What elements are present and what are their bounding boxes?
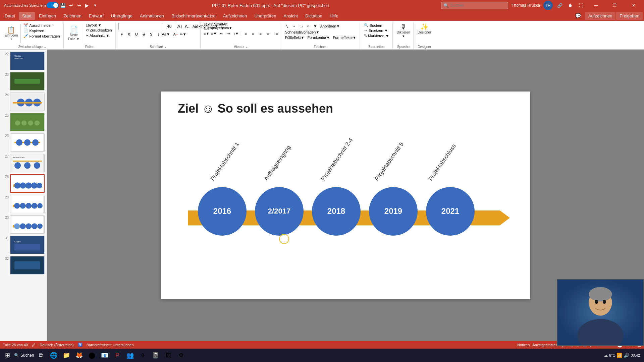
- effekte-button[interactable]: Formeffekte▼: [332, 35, 358, 40]
- fullscreen-icon[interactable]: ⛶: [578, 2, 585, 9]
- menu-item-start[interactable]: Start: [19, 12, 35, 20]
- markieren-button[interactable]: ✎ Markieren ▼: [363, 33, 390, 38]
- layout-button[interactable]: Layout ▼: [85, 23, 113, 27]
- task-view-button[interactable]: ⧉: [35, 349, 47, 361]
- menu-item-uebergaenge[interactable]: Übergänge: [108, 12, 136, 20]
- slide-item-27[interactable]: 27 Wie sieht es aus: [1, 153, 45, 173]
- slide-item-30[interactable]: 30: [1, 215, 45, 234]
- line-spacing-button[interactable]: ↕▼: [233, 30, 239, 37]
- menu-item-entwurf[interactable]: Entwurf: [86, 12, 107, 20]
- shape-oval[interactable]: ○: [305, 23, 312, 29]
- notes-icon[interactable]: 🖊: [32, 343, 36, 347]
- new-slide-button[interactable]: 📄 Neue Folie ▼: [66, 23, 82, 44]
- menu-item-praesentation[interactable]: Bildschirmpräsentation: [168, 12, 219, 20]
- schnellstil-button[interactable]: Schnellstilvorlagen▼: [284, 30, 321, 35]
- kontur-button[interactable]: Formkontur▼: [306, 35, 331, 40]
- decrease-indent-button[interactable]: ⇤: [218, 30, 225, 37]
- italic-button[interactable]: K: [126, 31, 132, 38]
- redo-icon[interactable]: ↪: [75, 2, 83, 9]
- highlight-button[interactable]: ✏▼: [180, 31, 186, 38]
- share-icon[interactable]: 🔗: [556, 2, 564, 9]
- underline-button[interactable]: U: [133, 31, 140, 38]
- comments-icon[interactable]: 💬: [572, 12, 584, 20]
- notes-button[interactable]: Notizen: [517, 343, 530, 347]
- slide-item-31[interactable]: 31 Gruppen: [1, 235, 45, 255]
- menu-item-ansicht[interactable]: Ansicht: [280, 12, 301, 20]
- telegram-button[interactable]: ✈: [137, 349, 149, 361]
- edge-button[interactable]: 🌐: [48, 349, 60, 361]
- more-icon[interactable]: ▼: [92, 2, 99, 9]
- align-center-button[interactable]: ≡: [250, 30, 257, 37]
- aufzeichnen-btn[interactable]: Aufzeichnen: [585, 12, 616, 20]
- smartart-button[interactable]: In SmartArt konvertieren▼: [218, 23, 225, 29]
- explorer-button[interactable]: 📁: [60, 349, 72, 361]
- increase-indent-button[interactable]: ⇥: [225, 30, 232, 37]
- save-icon[interactable]: 💾: [59, 2, 67, 9]
- accessibility-label[interactable]: Barrierefreiheit: Untersuchen: [87, 343, 134, 347]
- cut-button[interactable]: ✂️Ausschneiden: [22, 23, 61, 28]
- slide-item-23[interactable]: 23: [1, 71, 45, 91]
- record-icon[interactable]: ⏺: [567, 2, 574, 9]
- photos-button[interactable]: 🖼: [162, 349, 174, 361]
- language-label[interactable]: Deutsch (Österreich): [40, 343, 73, 347]
- align-left-button[interactable]: ≡: [243, 30, 249, 37]
- font-color-button[interactable]: A—: [172, 31, 179, 38]
- auto-save-toggle[interactable]: [47, 2, 59, 8]
- shadow-button[interactable]: S: [148, 31, 155, 38]
- fuellung-button[interactable]: Füllleffekt▼: [284, 35, 306, 40]
- shape-more[interactable]: ▼: [312, 23, 319, 29]
- freigeben-btn[interactable]: Freigeben: [616, 12, 643, 20]
- align-right-button[interactable]: ≡: [257, 30, 264, 37]
- present-icon[interactable]: ▶: [84, 2, 91, 9]
- menu-item-zeichnen[interactable]: Zeichnen: [60, 12, 85, 20]
- numbering-button[interactable]: ≡▼: [211, 30, 217, 37]
- slide-item-24[interactable]: 24: [1, 92, 45, 112]
- chrome-button[interactable]: ⬤: [86, 349, 98, 361]
- undo-icon[interactable]: ↩: [67, 2, 75, 9]
- settings-button[interactable]: ⚙: [175, 349, 187, 361]
- menu-item-dictation[interactable]: Dictation: [302, 12, 326, 20]
- menu-item-aufzeichnen[interactable]: Aufzeichnen: [220, 12, 251, 20]
- decrease-font-button[interactable]: A↓: [184, 23, 191, 30]
- section-button[interactable]: ✂ Abschnitt ▼: [85, 33, 113, 38]
- restore-button[interactable]: ❐: [607, 0, 623, 11]
- menu-item-hilfe[interactable]: Hilfe: [326, 12, 342, 20]
- slide-item-29[interactable]: 29: [1, 194, 45, 214]
- slide-item-28[interactable]: 28: [1, 174, 45, 193]
- bullets-button[interactable]: ≡▼: [203, 30, 210, 37]
- ersetzen-button[interactable]: ↔ Ersetzen ▼: [363, 28, 389, 33]
- shape-rect[interactable]: ▭: [298, 23, 305, 29]
- outlook-button[interactable]: 📧: [99, 349, 111, 361]
- diktieren-button[interactable]: 🎙 Diktieren ▼: [395, 23, 411, 39]
- slide-item-22[interactable]: 22 Objekte ausrichten: [1, 51, 45, 71]
- network-icon[interactable]: 📶: [616, 353, 622, 358]
- search-box[interactable]: 🔍: [441, 2, 508, 9]
- shape-line[interactable]: ╲: [284, 23, 290, 29]
- bold-button[interactable]: F: [118, 31, 125, 38]
- paste-button[interactable]: 📋 Einfügen ▼: [3, 23, 19, 44]
- increase-font-button[interactable]: A↑: [177, 23, 183, 30]
- slide-item-26[interactable]: 26: [1, 133, 45, 153]
- columns-button[interactable]: ⋮≡: [272, 30, 279, 37]
- start-button[interactable]: ⊞: [1, 349, 13, 361]
- slide-item-25[interactable]: 25: [1, 112, 45, 132]
- slide-canvas[interactable]: Ziel ☺ So soll es aussehen Projektabschn…: [161, 92, 530, 299]
- menu-item-animationen[interactable]: Animationen: [137, 12, 167, 20]
- case-button[interactable]: Aa▼: [163, 31, 169, 38]
- sound-icon[interactable]: 🔊: [624, 353, 629, 358]
- menu-item-ueberpruefen[interactable]: Überprüfen: [251, 12, 279, 20]
- search-taskbar-button[interactable]: 🔍 Suchen: [14, 349, 34, 361]
- reset-button[interactable]: ↺ Zurücksetzen: [85, 28, 113, 33]
- minimize-button[interactable]: —: [588, 0, 604, 11]
- justify-button[interactable]: ≡: [265, 30, 271, 37]
- powerpoint-button[interactable]: P: [111, 349, 123, 361]
- menu-item-datei[interactable]: Datei: [1, 12, 18, 20]
- search-input[interactable]: [450, 3, 506, 8]
- designer-button[interactable]: ✨ Designer: [416, 23, 432, 35]
- shape-arrow[interactable]: →: [291, 23, 298, 29]
- anordnen-button[interactable]: Anordnen▼: [319, 23, 341, 29]
- firefox-button[interactable]: 🦊: [73, 349, 85, 361]
- teams-button[interactable]: 👥: [124, 349, 136, 361]
- font-name-input[interactable]: [118, 23, 162, 30]
- spacing-button[interactable]: ↕: [155, 31, 162, 38]
